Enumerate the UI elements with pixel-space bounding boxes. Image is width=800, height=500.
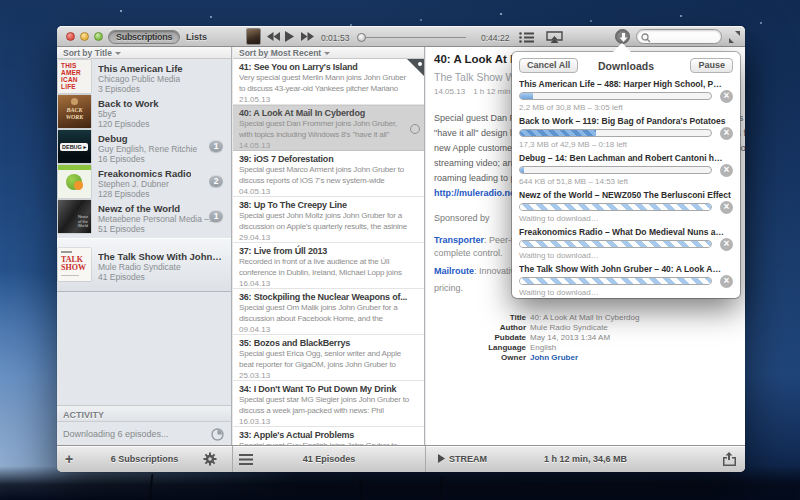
now-playing-artwork[interactable] xyxy=(246,28,261,45)
zoom-window-button[interactable] xyxy=(94,32,103,41)
cancel-download-icon[interactable]: × xyxy=(720,127,733,140)
subscription-row[interactable]: Newzof theWorld Newz of the World Metaeb… xyxy=(57,199,231,234)
tab-lists[interactable]: Lists xyxy=(186,32,207,42)
subscription-row[interactable]: Freakonomics Radio Stephen J. Dubner 128… xyxy=(57,164,231,199)
episode-description: Special guest Erica Ogg, senior writer a… xyxy=(239,349,414,370)
episode-title: 34: I Don't Want To Put Down My Drink xyxy=(239,383,414,395)
downloads-popover: Cancel All Downloads Pause This American… xyxy=(512,52,740,298)
podcast-author: Chicago Public Media xyxy=(98,74,180,84)
download-status: 17,3 MB of 42,9 MB – 0:18 left xyxy=(519,140,627,149)
fullscreen-icon[interactable] xyxy=(728,31,741,43)
share-icon[interactable] xyxy=(722,452,737,466)
meta-value[interactable]: John Gruber xyxy=(530,353,578,362)
download-item: The Talk Show With John Gruber – 40: A L… xyxy=(519,262,733,299)
meta-value: Mule Radio Syndicate xyxy=(530,323,608,332)
status-bar: + 6 Subscriptions 41 Episodes STREAM 1 h… xyxy=(57,445,745,472)
podcast-title: The Talk Show With John… xyxy=(98,251,222,262)
download-item: Newz of the World – NEWZ050 The Berlusco… xyxy=(519,188,733,225)
podcast-author: 5by5 xyxy=(98,109,116,119)
episode-title: 35: Bozos and BlackBerrys xyxy=(239,337,414,349)
episode-date: 29.04.13 xyxy=(239,233,414,242)
cancel-download-icon[interactable]: × xyxy=(720,90,733,103)
episode-row[interactable]: 41: See You on Larry's Island Very speci… xyxy=(233,59,424,105)
episode-description: Special guest star MG Siegler joins John… xyxy=(239,395,414,416)
download-item: Freakonomics Radio – What Do Medieval Nu… xyxy=(519,225,733,262)
download-progress-bar xyxy=(519,129,712,137)
episode-row[interactable]: 34: I Don't Want To Put Down My Drink Sp… xyxy=(233,381,424,427)
fast-forward-button[interactable] xyxy=(301,32,314,41)
subscription-list: THISAMERICANLIFE This American Life Chic… xyxy=(57,59,231,292)
episode-row[interactable]: 33: Apple's Actual Problems Special gues… xyxy=(233,427,424,445)
play-button[interactable] xyxy=(285,31,294,42)
download-status: 2,2 MB of 30,8 MB – 3:05 left xyxy=(519,103,623,112)
episode-row[interactable]: 38: Up To The Creepy Line Special guest … xyxy=(233,197,424,243)
unplayed-badge: 2 xyxy=(209,175,223,187)
unplayed-badge: 1 xyxy=(209,210,223,222)
pause-button[interactable]: Pause xyxy=(690,58,733,73)
playlist-icon[interactable] xyxy=(519,32,534,43)
podcast-episode-count: 128 Episodes xyxy=(98,189,150,199)
rewind-button[interactable] xyxy=(267,32,280,41)
podcast-artwork: Newzof theWorld xyxy=(58,200,91,233)
episode-date: 04.05.13 xyxy=(239,187,414,196)
airplay-icon[interactable] xyxy=(546,31,563,43)
episode-row[interactable]: 39: iOS 7 Deforestation Special guest Ma… xyxy=(233,151,424,197)
meta-value: May 14, 2013 1:34 AM xyxy=(530,333,610,342)
seek-slider[interactable] xyxy=(358,37,466,38)
podcast-artwork xyxy=(58,165,91,198)
downloads-toolbar-button[interactable] xyxy=(615,29,630,44)
download-status: Waiting to download… xyxy=(519,288,599,297)
download-title: Debug – 14: Ben Lachman and Robert Canto… xyxy=(519,151,733,163)
download-item: This American Life – 488: Harper High Sc… xyxy=(519,77,733,114)
downloads-list: This American Life – 488: Harper High Sc… xyxy=(519,77,733,299)
episode-date: 25.03.13 xyxy=(239,371,414,380)
podcast-episode-count: 3 Episodes xyxy=(98,84,140,94)
download-title: Back to Work – 119: Big Bag of Pandora's… xyxy=(519,114,733,126)
detail-date-duration: 14.05.131 h 12 min xyxy=(434,87,511,96)
meta-value: English xyxy=(530,343,556,352)
download-progress-fill xyxy=(520,241,711,247)
unplayed-badge: 1 xyxy=(209,140,223,152)
episode-list: 41: See You on Larry's Island Very speci… xyxy=(233,59,424,445)
podcast-author: Mule Radio Syndicate xyxy=(98,262,181,272)
sponsor-transporter-line2: complete control. xyxy=(434,248,503,258)
episode-date: 16.04.13 xyxy=(239,279,414,288)
episode-row[interactable]: 40: A Look At Mail In Cyberdog Special g… xyxy=(233,105,424,151)
subscription-row[interactable]: THISAMERICANLIFE This American Life Chic… xyxy=(57,59,231,94)
activity-status-text: Downloading 6 episodes... xyxy=(63,429,169,439)
episode-description: Special guest Om Malik joins John Gruber… xyxy=(239,303,414,324)
podcast-artwork: THISAMERICANLIFE xyxy=(58,60,91,93)
activity-status-row[interactable]: Downloading 6 episodes... xyxy=(57,423,231,445)
downloading-spinner-icon xyxy=(410,124,420,134)
meta-label: Owner xyxy=(434,353,526,362)
tab-subscriptions[interactable]: Subscriptions xyxy=(108,30,180,44)
download-item: Back to Work – 119: Big Bag of Pandora's… xyxy=(519,114,733,151)
subscription-row[interactable]: BACKWORK Back to Work 5by5 120 Episodes xyxy=(57,94,231,129)
close-window-button[interactable] xyxy=(66,32,75,41)
download-item: Debug – 14: Ben Lachman and Robert Canto… xyxy=(519,151,733,188)
episodes-sort-header[interactable]: Sort by Most Recent xyxy=(233,47,424,59)
download-progress-bar xyxy=(519,203,712,211)
subscription-row[interactable]: TALKSHOW The Talk Show With John… Mule R… xyxy=(57,238,231,292)
episode-row[interactable]: 36: Stockpiling the Nuclear Weapons of..… xyxy=(233,289,424,335)
search-input[interactable] xyxy=(636,29,722,44)
cancel-download-icon[interactable]: × xyxy=(720,275,733,288)
download-progress-bar xyxy=(519,240,712,248)
episode-description: Very special guest Merlin Mann joins Joh… xyxy=(239,73,414,94)
sponsor-mailroute-line2: pricing. xyxy=(434,283,463,293)
subscription-row[interactable]: DEBUG ▸ Debug Guy English, Rene Ritchie … xyxy=(57,129,231,164)
cancel-download-icon[interactable]: × xyxy=(720,238,733,251)
download-title: Freakonomics Radio – What Do Medieval Nu… xyxy=(519,225,733,237)
seek-slider-knob[interactable] xyxy=(357,33,366,42)
episode-description: Special guest Marco Arment joins John Gr… xyxy=(239,165,414,186)
episode-row[interactable]: 35: Bozos and BlackBerrys Special guest … xyxy=(233,335,424,381)
episode-title: 38: Up To The Creepy Line xyxy=(239,199,414,211)
minimize-window-button[interactable] xyxy=(80,32,89,41)
download-progress-fill xyxy=(520,167,524,173)
sidebar-sort-header[interactable]: Sort by Title xyxy=(57,47,231,59)
episode-row[interactable]: 37: Live from Úll 2013 Recorded in front… xyxy=(233,243,424,289)
cancel-download-icon[interactable]: × xyxy=(720,164,733,177)
settings-gear-icon[interactable] xyxy=(203,452,217,466)
episode-title: 37: Live from Úll 2013 xyxy=(239,245,414,257)
cancel-download-icon[interactable]: × xyxy=(720,201,733,214)
